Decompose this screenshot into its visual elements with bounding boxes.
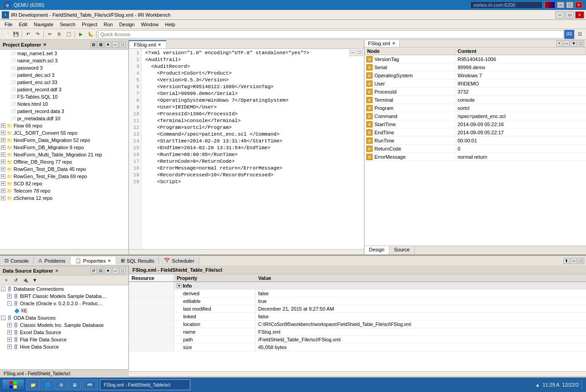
paste-btn[interactable]: 📋 [64,30,73,39]
tree-item-nextform-db[interactable]: + 📁 NextForm_DB_Migration 9 repo [0,144,128,151]
scheduler-tab[interactable]: 📅 Scheduler [159,257,199,264]
taskbar-icon-4[interactable]: 🖥 [68,379,81,390]
expand-icon[interactable]: + [1,167,5,171]
new-btn[interactable]: 📄 [2,30,11,39]
editor-maximize-btn[interactable]: □ [357,50,363,56]
console-tab[interactable]: ⊡ Console [0,257,33,264]
expand-flat-icon[interactable]: + [7,337,12,342]
xml-collapse-btn[interactable]: ─ [563,40,570,47]
undo-btn[interactable]: ↶ [24,30,33,39]
props-maximize-btn[interactable]: □ [578,258,584,264]
props-export-btn[interactable]: ⬆ [563,258,570,264]
close-props-icon[interactable]: ✕ [108,259,111,263]
tree-item-oracle[interactable]: - 🗄 Oracle (Oracle v. 0.2.0.2.0 - Produc… [0,300,128,307]
bottom-file-label[interactable]: FSlog.xml - FieldShield_Table/scl [4,371,70,376]
save-btn[interactable]: 💾 [11,30,20,39]
minimize-panel-btn[interactable]: ─ [112,42,118,48]
perspective-btn-2[interactable]: ☷ [575,30,584,39]
ds-btn-1[interactable]: ↺ [90,268,97,274]
app-restore-btn[interactable]: ▭ [565,11,574,19]
menu-file[interactable]: File [2,21,15,28]
run-btn[interactable]: ▶ [76,30,85,39]
expand-oracle-icon[interactable]: - [7,301,12,306]
tree-item-db-connections[interactable]: - 🗄 Database Connections [0,285,128,293]
copy-btn[interactable]: ⎘ [55,30,64,39]
tree-item-pr-metadata[interactable]: 📄 pr_metadata.ddf 10 [0,115,128,122]
close-tab-icon[interactable]: ✕ [158,43,161,47]
close-button[interactable]: ✕ [575,2,582,8]
tree-item-password[interactable]: 📄 password 3 [0,64,128,71]
menu-edit[interactable]: Edit [16,21,30,28]
taskbar-icon-1[interactable]: 📁 [26,379,40,390]
tree-item-patient-record-ddf[interactable]: 📄 patient_record.ddf 3 [0,86,128,93]
expand-icon[interactable]: + [1,181,5,186]
tree-item-jcl[interactable]: + 📁 JCL_SORT_Convert 55 repo [0,129,128,137]
menu-navigate[interactable]: Navigate [31,21,56,28]
xml-row-versiontag[interactable]: eVersionTag R95140416-1006 [364,55,586,63]
tree-item-nextform-data[interactable]: + 📁 NextForm_Data_Migration 52 repo [0,137,128,144]
expand-icon[interactable]: + [1,196,5,200]
ds-new-btn[interactable]: + [2,276,11,285]
tree-item-classic-models[interactable]: + 🗄 Classic Models Inc. Sample Database [0,321,128,329]
source-tab[interactable]: Source [389,246,415,255]
expand-oda-icon[interactable]: - [1,316,5,320]
xml-row-program[interactable]: eProgram sortcl [364,104,586,112]
tree-item-scd[interactable]: + 📁 SCD 82 repo [0,180,128,187]
menu-window[interactable]: Window [138,21,161,28]
show-desktop-btn[interactable] [581,380,584,390]
tree-item-xe[interactable]: 🔷 XE [0,307,128,314]
code-content[interactable]: <?xml version="1.0" encoding="UTF-8" sta… [142,49,364,249]
design-tab[interactable]: Design [364,246,389,255]
expand-icon[interactable]: + [1,152,5,157]
props-minimize-btn[interactable]: ─ [571,258,577,264]
tree-item-fs-tables[interactable]: 📄 FS-Tables.SQL 10 [0,93,128,100]
xml-row-user[interactable]: eUser IRIDEMO [364,80,586,88]
taskbar-icon-iri[interactable]: IRI [82,379,98,390]
expand-icon[interactable]: + [1,174,5,179]
taskbar-icon-2[interactable]: 🌐 [41,379,54,390]
xml-row-runtime[interactable]: eRunTime 00:00:01 [364,137,586,145]
ds-menu-btn[interactable]: ▼ [105,268,111,274]
expand-icon[interactable]: + [1,189,5,193]
props-row-name[interactable]: name FSlog.xml [129,328,586,336]
problems-tab[interactable]: ⚠ Problems [33,257,70,264]
expand-icon[interactable]: + [1,123,5,128]
quick-access-input[interactable] [98,30,564,38]
taskbar-icon-3[interactable]: ⚙ [55,379,67,390]
xml-row-endtime[interactable]: eEndTime 2014-09-09 05:22:17 [364,128,586,137]
ds-refresh-btn[interactable]: ↺ [11,276,20,285]
xml-add-btn[interactable]: + [556,40,562,47]
ds-connect-btn[interactable]: 🔌 [21,276,30,285]
collapse-all-btn[interactable]: ⊟ [90,42,97,48]
view-menu-btn[interactable]: ▼ [105,42,111,48]
taskbar-active-window[interactable]: FSlog.xml - FieldShield_Table/scl [100,379,190,390]
tree-item-flow[interactable]: + 📁 Flow 66 repo [0,122,128,129]
tree-item-name-match[interactable]: 📄 name_match.scl 3 [0,57,128,64]
cut-btn[interactable]: ✂ [45,30,54,39]
props-row-derived[interactable]: derived false [129,290,586,298]
tree-item-patient-enc[interactable]: 📄 patient_enc.scl 33 [0,79,128,86]
expand-excel-icon[interactable]: + [7,330,12,335]
start-button[interactable] [2,379,24,391]
menu-help[interactable]: Help [162,21,178,28]
menu-run[interactable]: Run [101,21,115,28]
maximize-panel-btn[interactable]: □ [119,42,126,48]
tree-item-rowgen-file[interactable]: + 📁 RowGen_Test_File_Data 69 repo [0,173,128,180]
redo-btn[interactable]: ↷ [33,30,42,39]
expand-classic-icon[interactable]: + [7,323,12,327]
ds-minimize-btn[interactable]: ─ [112,268,118,274]
props-row-last-modified[interactable]: last modified December 21, 2015 at 9:27:… [129,305,586,313]
perspective-btn-1[interactable]: IRI [564,30,574,39]
xml-row-os[interactable]: eOperatingSystem Windows 7 [364,71,586,80]
tree-item-flat-file[interactable]: + 🗄 Flat File Data Source [0,336,128,343]
close-explorer-icon[interactable]: ✕ [43,43,47,47]
tree-item-telecom[interactable]: + 📁 Telecom 78 repo [0,187,128,194]
code-editor[interactable]: ─ □ 12345 678910 1112131415 1617181920 <… [129,49,364,249]
tree-item-hive[interactable]: + 🗄 Hive Data Source [0,343,128,350]
link-editor-btn[interactable]: ⊞ [98,42,104,48]
expand-icon[interactable]: + [1,138,5,142]
tree-item-offline[interactable]: + 📁 Offline_DB_Reorg 77 repo [0,158,128,165]
editor-minimize-btn[interactable]: ─ [350,50,356,56]
expand-icon[interactable]: + [1,160,5,164]
xml-row-command[interactable]: eCommand /spec=patient_enc.scl [364,112,586,120]
